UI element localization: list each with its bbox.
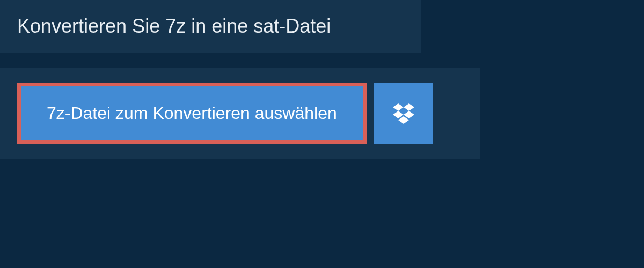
- select-file-label: 7z-Datei zum Konvertieren auswählen: [47, 103, 337, 123]
- header-bar: Konvertieren Sie 7z in eine sat-Datei: [0, 0, 421, 53]
- svg-marker-4: [398, 116, 409, 124]
- select-file-highlight: 7z-Datei zum Konvertieren auswählen: [17, 83, 367, 144]
- dropbox-button[interactable]: [374, 83, 433, 144]
- svg-marker-1: [404, 103, 414, 111]
- svg-marker-0: [393, 103, 404, 111]
- svg-marker-3: [404, 111, 414, 118]
- dropbox-icon: [393, 103, 414, 124]
- select-file-button[interactable]: 7z-Datei zum Konvertieren auswählen: [21, 86, 363, 140]
- svg-marker-2: [393, 111, 404, 118]
- upload-panel: 7z-Datei zum Konvertieren auswählen: [0, 68, 480, 159]
- page-title: Konvertieren Sie 7z in eine sat-Datei: [17, 15, 404, 38]
